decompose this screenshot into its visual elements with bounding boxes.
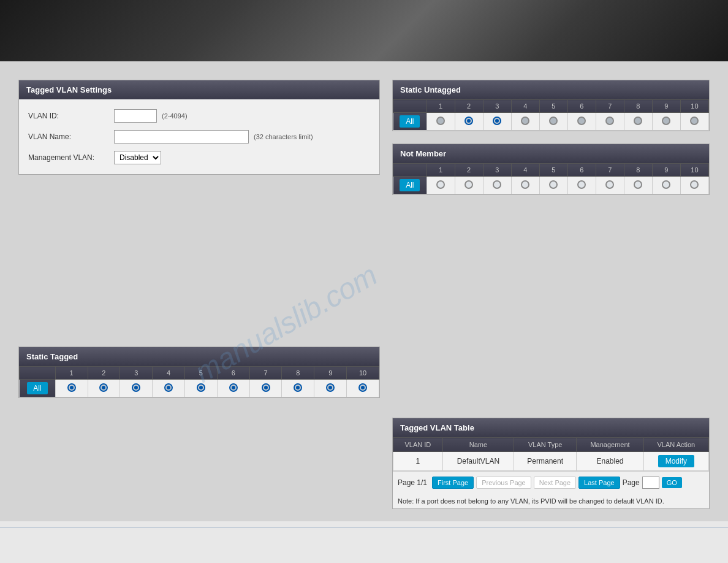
footer-line [0,527,728,528]
right-column: Static Untagged 1 2 3 4 5 6 7 8 [392,80,710,509]
col-vlan-type: VLAN Type [514,438,577,452]
static-untagged-col-4: 4 [511,100,539,113]
col-vlan-id: VLAN ID [393,438,443,452]
next-page-button[interactable]: Next Page [534,477,576,489]
not-member-panel: Not Member 1 2 3 4 5 6 7 8 [392,144,710,195]
not-member-port-10[interactable] [680,177,708,194]
not-member-title: Not Member [393,144,709,163]
not-member-port-6[interactable] [567,177,596,194]
static-tagged-port-10[interactable] [347,380,379,397]
not-member-col-5: 5 [539,164,567,177]
static-untagged-port-3[interactable] [483,113,511,131]
not-member-port-9[interactable] [652,177,680,194]
last-page-button[interactable]: Last Page [578,477,620,489]
tagged-vlan-table-title: Tagged VLAN Table [393,418,709,437]
static-untagged-col-10: 10 [680,100,708,113]
static-untagged-port-6[interactable] [567,113,596,131]
row-vlan-type: Permanent [514,452,577,471]
static-untagged-table: 1 2 3 4 5 6 7 8 9 10 [393,99,709,131]
tagged-vlan-settings-title: Tagged VLAN Settings [19,80,379,99]
static-tagged-col-5: 5 [185,367,218,380]
static-tagged-col-7: 7 [249,367,282,380]
page-info: Page 1/1 [398,478,427,487]
static-tagged-port-3[interactable] [120,380,153,397]
row-action: Modify [643,452,708,471]
management-vlan-row: Management VLAN: Disabled Enabled [28,147,370,168]
static-untagged-port-2[interactable] [455,113,483,131]
static-tagged-col-6: 6 [217,367,249,380]
vlan-name-hint: (32 characters limit) [254,133,313,140]
go-button[interactable]: GO [662,477,682,488]
page-number-input[interactable] [642,477,659,489]
pagination-bar: Page 1/1 First Page Previous Page Next P… [393,471,709,494]
table-row: 1 DefaultVLAN Permanent Enabled Modify [393,452,709,471]
static-untagged-panel: Static Untagged 1 2 3 4 5 6 7 8 [392,80,710,131]
vlan-id-row: VLAN ID: (2-4094) [28,105,370,126]
static-tagged-port-9[interactable] [314,380,347,397]
not-member-port-5[interactable] [539,177,567,194]
not-member-port-4[interactable] [511,177,539,194]
static-untagged-col-5: 5 [539,100,567,113]
not-member-all-header [393,164,427,177]
vlan-name-input[interactable] [114,130,249,144]
static-tagged-col-4: 4 [153,367,185,380]
static-tagged-all-cell: All [20,380,56,397]
static-untagged-port-1[interactable] [427,113,455,131]
static-untagged-port-9[interactable] [652,113,680,131]
static-untagged-port-7[interactable] [596,113,624,131]
vlan-id-label: VLAN ID: [28,112,114,120]
not-member-port-2[interactable] [455,177,483,194]
static-untagged-title: Static Untagged [393,80,709,99]
static-tagged-panel: Static Tagged 1 2 3 4 5 6 7 8 [18,347,380,398]
not-member-col-10: 10 [680,164,708,177]
static-tagged-port-2[interactable] [88,380,120,397]
static-untagged-all-header [393,100,427,113]
not-member-table: 1 2 3 4 5 6 7 8 9 10 [393,163,709,194]
static-untagged-col-2: 2 [455,100,483,113]
vlan-id-hint: (2-4094) [162,112,188,120]
vlan-id-input[interactable] [114,109,157,123]
previous-page-button[interactable]: Previous Page [476,477,531,489]
not-member-port-1[interactable] [427,177,455,194]
static-untagged-port-5[interactable] [539,113,567,131]
vlan-data-table: VLAN ID Name VLAN Type Management VLAN A… [393,437,709,471]
static-tagged-port-7[interactable] [249,380,282,397]
not-member-port-8[interactable] [624,177,652,194]
vlan-name-label: VLAN Name: [28,132,114,141]
static-untagged-col-8: 8 [624,100,652,113]
static-tagged-port-1[interactable] [55,380,88,397]
static-tagged-col-8: 8 [282,367,314,380]
col-vlan-action: VLAN Action [643,438,708,452]
row-management: Enabled [577,452,644,471]
modify-button[interactable]: Modify [658,455,694,467]
static-untagged-all-button[interactable]: All [400,115,420,128]
not-member-col-9: 9 [652,164,680,177]
row-vlan-id: 1 [393,452,443,471]
not-member-col-1: 1 [427,164,455,177]
static-tagged-port-4[interactable] [153,380,185,397]
first-page-button[interactable]: First Page [432,477,474,489]
not-member-port-7[interactable] [596,177,624,194]
static-tagged-port-5[interactable] [185,380,218,397]
static-tagged-col-1: 1 [55,367,88,380]
not-member-port-3[interactable] [483,177,511,194]
static-untagged-col-7: 7 [596,100,624,113]
not-member-col-3: 3 [483,164,511,177]
note-bar: Note: If a port does not belong to any V… [393,494,709,508]
page-label: Page [623,478,640,487]
static-untagged-port-10[interactable] [680,113,708,131]
management-vlan-select[interactable]: Disabled Enabled [114,151,161,164]
static-tagged-port-6[interactable] [217,380,249,397]
not-member-all-button[interactable]: All [400,179,420,191]
static-untagged-all-cell: All [393,113,427,131]
static-tagged-port-8[interactable] [282,380,314,397]
static-untagged-port-4[interactable] [511,113,539,131]
static-untagged-col-3: 3 [483,100,511,113]
static-tagged-col-2: 2 [88,367,120,380]
static-untagged-port-8[interactable] [624,113,652,131]
static-untagged-col-1: 1 [427,100,455,113]
static-tagged-all-button[interactable]: All [27,382,47,394]
static-untagged-col-9: 9 [652,100,680,113]
management-vlan-label: Management VLAN: [28,153,114,162]
static-tagged-title: Static Tagged [19,347,379,366]
